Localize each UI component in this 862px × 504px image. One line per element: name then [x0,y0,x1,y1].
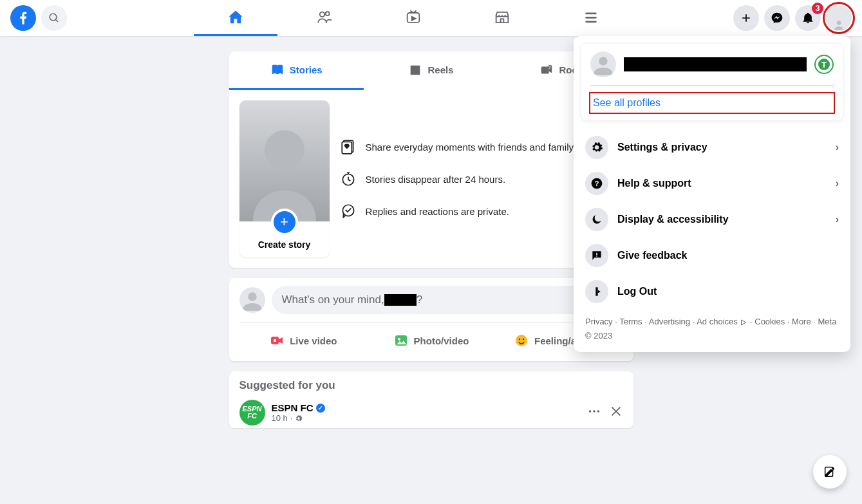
feed: Stories Reels Rooms + Create story [229,51,633,428]
adchoices-icon [740,319,747,326]
friends-icon [315,8,333,26]
photo-icon [393,333,409,348]
compose-icon [823,465,837,479]
menu-logout[interactable]: Log Out [581,274,843,310]
svg-point-19 [398,338,400,341]
reels-icon [408,63,422,77]
svg-point-1 [325,12,329,15]
profile-row[interactable]: T [590,51,834,77]
svg-point-24 [593,410,595,413]
svg-rect-5 [585,21,596,23]
post-header: ESPN FC ESPN FC ✓ 10 h · [239,400,623,425]
switch-profile-letter: T [818,59,830,70]
cards-heart-icon [340,138,357,155]
facebook-logo[interactable] [10,5,36,31]
notification-badge: 3 [812,3,823,14]
photo-video-label: Photo/video [414,335,469,346]
story-line-text: Share everyday moments with friends and … [366,142,576,153]
moon-icon [585,208,608,231]
suggested-card: Suggested for you ESPN FC ESPN FC ✓ 10 h… [229,371,633,428]
composer-row: What's on your mind, ? [239,286,623,314]
create-button[interactable] [733,5,759,31]
account-button[interactable] [826,5,852,31]
menu-display[interactable]: Display & accessibility › [581,201,843,238]
plus-icon [740,12,753,24]
chat-icon [340,203,357,219]
tab-stories-label: Stories [290,64,323,75]
tab-stories[interactable]: Stories [229,51,364,90]
messenger-icon [771,12,783,24]
post-more-button[interactable] [587,404,601,422]
more-icon [587,404,601,418]
footer-cookies[interactable]: Cookies [754,317,785,326]
menu-display-label: Display & accessibility [617,214,729,225]
live-video-button[interactable]: Live video [239,328,368,353]
post-time: 10 h [272,413,288,423]
svg-text:?: ? [595,180,599,187]
chevron-right-icon: › [836,214,839,225]
top-bar-right: 3 [733,5,862,31]
stories-icon [270,63,285,77]
svg-point-22 [523,339,524,340]
tab-reels[interactable]: Reels [364,51,498,90]
composer-input[interactable]: What's on your mind, ? [272,286,623,314]
menu-feedback[interactable]: Give feedback [581,238,843,274]
notifications-button[interactable]: 3 [795,5,821,31]
see-all-profiles-link[interactable]: See all profiles [590,93,834,113]
menu-settings-label: Settings & privacy [617,142,707,153]
composer-avatar[interactable] [239,287,265,313]
close-icon [609,404,623,418]
profile-switcher-card: T See all profiles [581,44,843,120]
gear-icon [585,136,608,159]
switch-profile-badge[interactable]: T [814,55,834,74]
redacted-name [384,294,417,306]
separator [590,85,834,86]
nav-friends[interactable] [283,0,366,36]
footer-advertising[interactable]: Advertising [649,317,690,326]
avatar-icon [239,287,265,313]
help-icon: ? [585,172,608,195]
svg-point-20 [516,335,527,346]
suggested-title: Suggested for you [239,379,623,392]
post-avatar-text: ESPN FC [242,406,263,420]
menu-settings[interactable]: Settings & privacy › [581,129,843,165]
footer-adchoices[interactable]: Ad choices [697,317,738,326]
menu-help[interactable]: ? Help & support › [581,165,843,201]
composer-placeholder-suffix: ? [417,294,422,306]
stories-card: Stories Reels Rooms + Create story [229,51,633,268]
chevron-right-icon: › [836,142,839,153]
menu-avatar [590,51,616,77]
nav-home[interactable] [194,0,277,36]
bell-icon [801,12,814,24]
top-bar-center [67,0,733,36]
nav-menu[interactable] [549,0,633,36]
photo-video-button[interactable]: Photo/video [367,328,495,353]
svg-rect-29 [596,253,597,255]
create-story-tile[interactable]: + Create story [239,100,330,257]
chevron-right-icon: › [836,178,839,189]
avatar-icon [590,51,616,77]
hamburger-icon [583,9,599,26]
svg-point-6 [837,21,841,25]
gear-icon [295,415,303,422]
composer-card: What's on your mind, ? Live video Photo/… [229,278,633,361]
post-author[interactable]: ESPN FC ✓ [272,402,581,413]
menu-help-label: Help & support [617,178,691,189]
nav-marketplace[interactable] [460,0,544,36]
post-avatar[interactable]: ESPN FC [239,400,265,425]
verified-badge-icon: ✓ [316,404,325,413]
avatar-icon [832,18,845,31]
search-button[interactable] [41,5,67,31]
footer-more[interactable]: More [792,317,811,326]
new-message-fab[interactable] [813,455,847,489]
svg-point-15 [248,292,256,301]
watch-icon [404,8,422,26]
nav-watch[interactable] [371,0,455,36]
live-video-label: Live video [290,335,337,346]
top-bar-left [0,5,67,31]
footer-terms[interactable]: Terms [619,317,642,326]
post-close-button[interactable] [609,404,623,422]
footer-privacy[interactable]: Privacy [585,317,613,326]
svg-point-26 [599,57,607,65]
messenger-button[interactable] [764,5,790,31]
